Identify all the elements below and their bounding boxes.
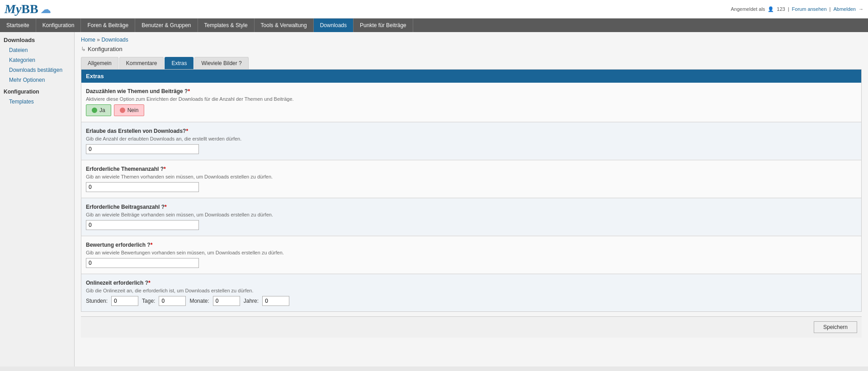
field6-desc: Gib die Onlinezeit an, die erforderlich … [86,288,857,293]
sidebar: Downloads Dateien Kategorien Downloads b… [0,32,75,366]
navbar: Startseite Konfiguration Foren & Beiträg… [0,19,868,32]
tab-allgemein[interactable]: Allgemein [81,57,118,69]
field-bewertung: Bewertung erforderlich ?* Gib an wieviel… [81,236,861,274]
radio-nein-circle [120,108,125,113]
field6-req: * [148,280,151,286]
tab-kommentare[interactable]: Kommentare [119,57,164,69]
sidebar-link-kategorien[interactable]: Kategorien [0,55,74,65]
field4-req: * [165,204,167,210]
nav-konfiguration[interactable]: Konfiguration [36,19,81,32]
field-themenanzahl: Erforderliche Themenanzahl ?* Gib an wie… [81,160,861,198]
field1-label: Dazuzählen wie Themen und Beiträge ?* [86,88,857,94]
field-onlinezeit: Onlinezeit erforderlich ?* Gib die Onlin… [81,274,861,311]
main-content: Home » Downloads Konfiguration Allgemein… [75,32,868,366]
nav-foren-beitraege[interactable]: Foren & Beiträge [81,19,135,32]
field3-input[interactable] [86,182,199,192]
nav-benutzer-gruppen[interactable]: Benutzer & Gruppen [135,19,198,32]
tage-input[interactable] [159,296,186,306]
nav-startseite[interactable]: Startseite [0,19,36,32]
save-area: Speichern [81,316,862,338]
jahre-input[interactable] [262,296,289,306]
field5-desc: Gib an wieviele Bewertungen vorhanden se… [86,250,857,255]
radio-group-ja-nein: Ja Nein [86,104,857,116]
nav-punkte-beitraege[interactable]: Punkte für Beiträge [354,19,413,32]
arrow-icon: → [859,6,863,12]
field2-desc: Gib die Anzahl der erlaubten Downloads a… [86,136,857,141]
sidebar-section-konfiguration: Konfiguration [0,85,74,97]
radio-ja[interactable]: Ja [86,104,111,116]
logo: MyBB ☁ [5,2,51,16]
radio-ja-label: Ja [99,107,105,113]
extras-section: Extras Dazuzählen wie Themen und Beiträg… [81,69,862,312]
topbar: MyBB ☁ Angemeldet als 👤 123 | Forum anse… [0,0,868,19]
stunden-input[interactable] [111,296,138,306]
sidebar-link-dateien[interactable]: Dateien [0,45,74,55]
field-beitragsanzahl: Erforderliche Beitragsanzahl ?* Gib an w… [81,198,861,236]
save-button[interactable]: Speichern [814,321,857,333]
username: 123 [777,6,785,12]
field4-input[interactable] [86,220,199,230]
sidebar-link-downloads-bestaetigen[interactable]: Downloads bestätigen [0,65,74,75]
logout-link[interactable]: Abmelden [833,6,856,12]
field3-label: Erforderliche Themenanzahl ?* [86,166,857,172]
field5-label: Bewertung erforderlich ?* [86,242,857,248]
breadcrumb-home[interactable]: Home [81,37,95,43]
logo-cloud: ☁ [38,4,51,15]
field5-req: * [151,242,153,248]
section-header: Extras [81,70,861,83]
field2-input[interactable] [86,144,199,154]
nav-downloads[interactable]: Downloads [314,19,354,32]
forum-link[interactable]: Forum ansehen [792,6,827,12]
monate-label: Monate: [189,298,209,304]
breadcrumb-downloads[interactable]: Downloads [101,37,128,43]
topbar-right: Angemeldet als 👤 123 | Forum ansehen | A… [731,6,864,12]
field6-label: Onlinezeit erforderlich ?* [86,280,857,286]
sidebar-link-mehr-optionen[interactable]: Mehr Optionen [0,75,74,85]
page: Downloads Dateien Kategorien Downloads b… [0,32,868,366]
tabs: Allgemein Kommentare Extras Wieviele Bil… [81,57,862,69]
field1-desc: Aktiviere diese Option zum Einrichten de… [86,96,857,102]
monate-input[interactable] [213,296,240,306]
field1-req: * [188,88,190,94]
stunden-label: Stunden: [86,298,108,304]
field4-label: Erforderliche Beitragsanzahl ?* [86,204,857,210]
field2-label: Erlaube das Erstellen von Downloads?* [86,128,857,134]
onlinezeit-fields: Stunden: Tage: Monate: Jahre: [86,296,857,306]
field-erlaube-erstellen: Erlaube das Erstellen von Downloads?* Gi… [81,122,861,160]
tab-extras[interactable]: Extras [165,57,193,69]
radio-ja-circle [92,108,97,113]
tage-label: Tage: [142,298,155,304]
field2-req: * [186,128,188,134]
logo-bb: BB [21,2,38,16]
sidebar-section-downloads: Downloads [0,32,74,45]
tab-wieviele-bilder[interactable]: Wieviele Bilder ? [194,57,248,69]
radio-nein[interactable]: Nein [114,104,145,116]
field-dazuzaehlen: Dazuzählen wie Themen und Beiträge ?* Ak… [81,83,861,122]
radio-nein-label: Nein [127,107,139,113]
nav-tools-verwaltung[interactable]: Tools & Verwaltung [255,19,314,32]
sidebar-link-templates[interactable]: Templates [0,97,74,107]
breadcrumb: Home » Downloads [81,37,862,43]
field5-input[interactable] [86,258,199,268]
field4-desc: Gib an wieviele Beiträge vorhanden sein … [86,212,857,217]
logged-in-label: Angemeldet als [731,6,765,12]
user-icon: 👤 [768,6,774,12]
nav-templates-style[interactable]: Templates & Style [198,19,255,32]
field3-req: * [164,166,166,172]
breadcrumb-separator: » [97,37,100,43]
jahre-label: Jahre: [244,298,259,304]
page-subtitle-text: Konfiguration [88,46,123,52]
page-subtitle: Konfiguration [81,46,862,52]
field3-desc: Gib an wieviele Themen vorhanden sein mü… [86,174,857,179]
logo-my: My [5,2,21,16]
